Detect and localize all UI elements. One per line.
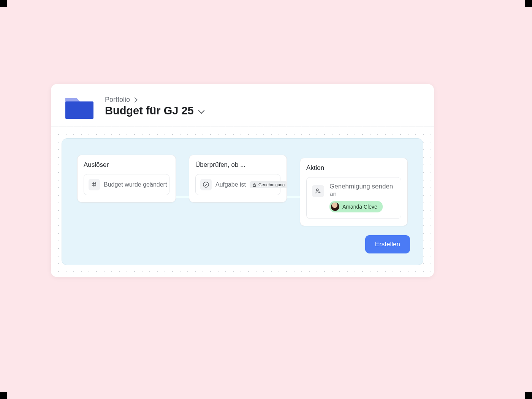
folder-icon — [64, 93, 95, 120]
check-field[interactable]: Aufgabe ist Genehmigung — [195, 174, 280, 195]
svg-point-7 — [317, 189, 318, 191]
workflow-panel: Portfolio Budget für GJ 25 Auslöser — [51, 84, 434, 277]
flow-connector — [176, 197, 189, 197]
corner-mark — [525, 392, 532, 399]
breadcrumb[interactable]: Portfolio — [105, 96, 204, 104]
page-title-dropdown[interactable]: Budget für GJ 25 — [105, 104, 204, 117]
approval-pill: Genehmigung — [250, 181, 287, 188]
trigger-field[interactable]: Budget wurde geändert — [84, 174, 169, 195]
assignee-chip[interactable]: Amanda Cleve — [329, 201, 383, 212]
breadcrumb-parent: Portfolio — [105, 96, 130, 104]
flow-connector — [287, 197, 300, 197]
check-circle-icon — [200, 179, 212, 190]
trigger-card[interactable]: Auslöser Budget wurde geändert — [77, 155, 176, 203]
dotted-work-area: Auslöser Budget wurde geändert — [51, 127, 434, 276]
chevron-down-icon — [198, 107, 204, 114]
check-card[interactable]: Überprüfen, ob ... Aufgabe ist — [189, 155, 287, 203]
approval-pill-label: Genehmigung — [258, 182, 285, 187]
corner-mark — [0, 392, 7, 399]
add-user-icon — [312, 185, 324, 197]
panel-header: Portfolio Budget für GJ 25 — [51, 84, 434, 127]
create-button[interactable]: Erstellen — [365, 235, 410, 253]
trigger-heading: Auslöser — [84, 161, 169, 169]
svg-rect-6 — [253, 185, 255, 187]
action-field[interactable]: Genehmigung senden an Amanda Cleve — [306, 177, 401, 219]
check-field-label: Aufgabe ist — [215, 181, 246, 188]
action-card[interactable]: Aktion Genehmigung senden an — [300, 158, 408, 226]
corner-mark — [0, 0, 7, 7]
flow-canvas: Auslöser Budget wurde geändert — [62, 138, 423, 265]
check-heading: Überprüfen, ob ... — [195, 161, 280, 169]
page-title: Budget für GJ 25 — [105, 104, 194, 117]
svg-rect-0 — [65, 101, 93, 119]
avatar — [331, 203, 339, 211]
corner-mark — [525, 0, 532, 7]
svg-line-3 — [93, 182, 93, 187]
trigger-field-label: Budget wurde geändert — [104, 181, 167, 188]
hash-icon — [89, 179, 100, 190]
flow-row: Auslöser Budget wurde geändert — [77, 155, 408, 226]
action-heading: Aktion — [306, 164, 401, 172]
assignee-name: Amanda Cleve — [342, 204, 377, 210]
action-field-label: Genehmigung senden an — [329, 183, 396, 198]
chevron-right-icon — [132, 97, 138, 102]
svg-line-4 — [95, 182, 95, 187]
